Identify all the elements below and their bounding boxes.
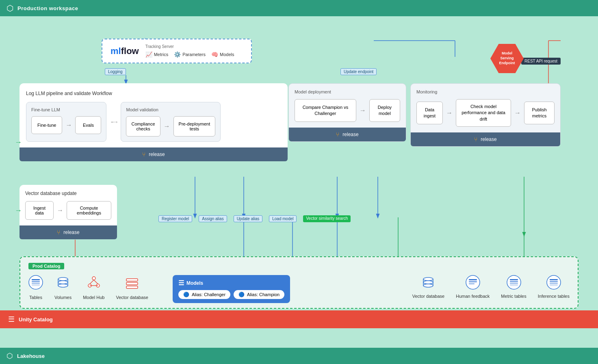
tracking-server-label: Tracking Server [145,44,234,49]
svg-rect-35 [126,279,138,281]
svg-rect-23 [32,285,40,286]
vectordb-release-label: release [63,230,79,235]
svg-line-32 [90,280,94,284]
model-serving-container: ModelServingEndpoint [490,44,524,73]
deployment-release-label: release [342,132,358,137]
update-endpoint-badge: Update endpoint [340,68,377,75]
svg-point-24 [58,277,68,281]
svg-rect-36 [126,282,138,285]
catalog-tables: Tables [28,275,43,300]
prod-catalog-section: Prod Catalog Tables [20,256,578,309]
monitoring-title: Monitoring [416,89,555,94]
vector-db-icon-right [421,275,436,291]
model-hub-label: Model Hub [83,295,104,300]
workflow-title: Log LLM pipeline and validate Workflow [26,91,281,96]
workflow-release-bar: ⑂ release [20,147,288,161]
svg-point-40 [423,284,433,287]
catalog-human-feedback: Human feedback [456,275,490,299]
models-box: ☰ Models 🔵 Alias: Challenger 🔵 Alias: Ch… [173,275,290,303]
arrow-into-workflow2: → [15,206,22,215]
load-model-badge: Load model [269,215,297,222]
arrow-into-workflow1: → [15,138,22,147]
unity-catalog-bar: ☰ Unity Catalog [0,310,598,328]
metric-tables-icon [507,275,521,291]
monitoring-release-bar: ⑂ release [411,132,560,146]
svg-point-38 [423,277,433,281]
svg-point-26 [58,284,68,287]
model-deployment-box: Model deployment Compare Champion vs Cha… [288,83,406,142]
svg-line-33 [94,280,98,284]
top-bar: ⬡ Production workspace [0,0,598,16]
svg-rect-44 [469,279,477,280]
catalog-inference-tables: Inference tables [538,275,570,299]
arrow-deploy: → [360,107,366,114]
fine-tune-section: Fine-tune LLM Fine-tune → Evals [26,102,106,142]
deploy-model: Deploy model [369,99,400,122]
models-item: 🧠 Models [211,51,234,58]
monitoring-release-label: release [481,136,496,142]
vector-db-label-left: Vector database [116,295,148,300]
bottom-bar: ⬡ Lakehouse [0,348,598,364]
register-model-badge: Register model [158,215,192,222]
mlflow-logo: mlflow [110,46,139,56]
vector-db-icon-left [125,276,139,292]
model-hub-icon [87,275,101,292]
metric-tables-label: Metric tables [501,294,526,299]
monitoring-box: Monitoring Data ingest → Check model per… [410,83,561,147]
svg-point-25 [58,281,68,284]
svg-rect-53 [550,279,558,280]
vector-similarity-badge: Vector similarity search [303,215,351,222]
human-feedback-label: Human feedback [456,294,490,299]
vectordb-release-bar: ⑂ release [20,225,117,239]
svg-rect-56 [550,285,558,286]
svg-rect-20 [32,279,40,280]
inference-tables-label: Inference tables [538,294,570,299]
logging-badge: Logging [105,68,126,75]
top-bar-title: Production workspace [17,5,78,11]
model-validation-section: Model validation Compliancechecks → Pre-… [121,102,221,142]
update-alias-badge: Update alias [234,215,263,222]
alias-challenger: 🔵 Alias: Challenger [178,290,230,299]
human-feedback-icon [466,275,480,291]
arrow-fine-evals: → [65,121,72,129]
inference-tables-icon [546,275,561,291]
top-bar-icon: ⬡ [6,3,13,13]
parameters-item: ⚙️ Parameters [174,51,206,58]
catalog-vector-db-right: Vector database [412,275,445,299]
vector-db-title: Vector database update [25,191,111,196]
volumes-icon [56,275,70,292]
svg-rect-46 [469,283,474,284]
svg-rect-51 [510,285,518,286]
workflow-box: Log LLM pipeline and validate Workflow F… [20,83,288,161]
arrow-compliance-predeployment: → [164,123,170,130]
model-serving-hexagon: ModelServingEndpoint [490,44,524,73]
fine-tune-title: Fine-tune LLM [31,107,101,112]
dashed-arrow: - - → [110,102,117,142]
publish-metrics: Publish metrics [524,102,555,124]
svg-point-29 [92,277,95,280]
compute-embeddings: Compute embeddings [67,201,111,220]
lakehouse-title: Lakehouse [17,353,45,359]
vector-db-label-right: Vector database [412,294,445,299]
deployment-release-bar: ⑂ release [289,128,406,141]
check-model-performance: Check model performance and data drift [456,99,511,127]
tables-label: Tables [29,295,42,300]
catalog-metric-tables: Metric tables [501,275,526,299]
model-deployment-title: Model deployment [295,89,400,94]
models-box-title: ☰ Models [178,279,284,287]
model-serving-label: ModelServingEndpoint [498,50,517,67]
rest-api-badge: REST API request [521,58,561,65]
mlflow-tracking-box: mlflow Tracking Server 📈 Metrics ⚙️ Para… [102,39,252,63]
models-section: ☰ Models 🔵 Alias: Challenger 🔵 Alias: Ch… [173,275,290,303]
tables-icon [28,275,43,292]
svg-point-39 [423,281,433,284]
pre-deployment-tests: Pre-deploymenttests [173,116,216,136]
assign-alias-badge: Assign alias [199,215,227,222]
svg-rect-45 [469,281,477,282]
svg-rect-48 [510,279,518,280]
vector-db-box: Vector database update Ingest data → Com… [20,185,117,239]
data-ingest: Data ingest [416,102,443,124]
alias-row: 🔵 Alias: Challenger 🔵 Alias: Champion [178,290,284,299]
model-validation-title: Model validation [126,107,215,112]
fine-tune-step1: Fine-tune [31,116,62,134]
